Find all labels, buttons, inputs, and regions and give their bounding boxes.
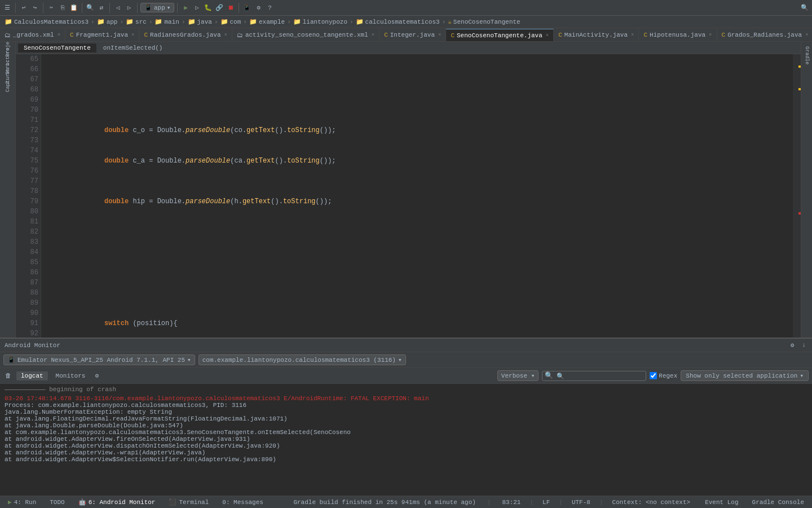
close-gradosradianes[interactable]: × [805,32,808,38]
bc-liantonypozo[interactable]: 📁 liantonypozo [293,18,347,25]
todo-tab-label: TODO [50,499,64,506]
regex-label: Regex [659,373,677,379]
gradle-console-tab[interactable]: Gradle Console [749,498,807,507]
monitor-options-icon[interactable]: ⚙ [93,371,100,380]
device-selector[interactable]: 📱 Emulator Nexus_5_API_25 Android 7.1.1,… [3,354,195,365]
stop-icon[interactable]: ⏹ [226,3,236,13]
monitors-tab[interactable]: Monitors [51,371,90,380]
bc-com[interactable]: 📁 com [220,18,241,25]
java-folder-icon: 📁 [188,18,196,25]
code-text-area[interactable]: double c_o = Double.parseDouble(co.getTe… [41,54,793,338]
close-activity-xml[interactable]: × [372,32,374,38]
tab-radianesgrados[interactable]: C RadianesGrados.java × [139,29,232,41]
java-icon-int: C [384,32,388,38]
left-sidebar: 1: Project 2: Structure Captures [0,42,16,338]
bc-app-label: app [107,19,118,25]
close-radianesgrados[interactable]: × [224,32,227,38]
inner-tab-onitemselected[interactable]: onItemSelected() [98,43,169,52]
back-icon[interactable]: ◁ [113,3,123,13]
show-selected-button[interactable]: Show only selected application ▾ [681,370,809,381]
run-with-coverage-icon[interactable]: ▷ [192,3,202,13]
gradle-panel-label[interactable]: Gradle [803,44,811,67]
bc-sep-4: › [182,19,186,25]
code-editor[interactable]: 65 66 67 68 69 70 71 72 73 74 75 76 77 7… [16,54,801,338]
right-scroll-gutter[interactable] [793,54,801,338]
logcat-search-input[interactable] [553,371,643,380]
search-icon[interactable]: 🔍 [85,3,95,13]
bc-java[interactable]: 📁 java [188,18,212,25]
bc-calculos-label: calculosmatematicos3 [365,19,440,25]
close-integer[interactable]: × [438,32,441,38]
app-label: app [154,5,165,11]
sdk-manager-icon[interactable]: ⚙ [253,3,263,13]
example-folder-icon: 📁 [249,18,257,25]
tab-hipotenusa[interactable]: C Hipotenusa.java × [639,29,717,41]
help-icon[interactable]: ? [264,3,275,13]
sidebar-captures-label[interactable]: Captures [4,65,12,94]
regex-checkbox[interactable] [650,372,657,379]
bc-main[interactable]: 📁 main [155,18,179,25]
close-senocoseno[interactable]: × [546,33,549,38]
bottom-toolbar: ▶ 4: Run TODO 🤖 6: Android Monitor ⬛ Ter… [0,496,812,508]
redo-icon[interactable]: ↪ [30,3,40,13]
attach-debugger-icon[interactable]: 🔗 [214,3,224,13]
bc-example[interactable]: 📁 example [249,18,285,25]
search-everywhere-icon[interactable]: 🔍 [800,3,810,13]
close-mainactivity[interactable]: × [631,32,634,38]
copy-icon[interactable]: ⎘ [58,3,68,13]
right-sidebar: Gradle [801,42,812,338]
tab-activity-xml[interactable]: 🗂 activity_seno_coseno_tangente.xml × [232,29,379,41]
log-separator: ——————————— beginning of crash [5,386,807,393]
bc-calculosmatematicos3[interactable]: 📁 calculosmatematicos3 [356,18,440,25]
tab-senocoseno-active[interactable]: C SenoCosenoTangente.java × [446,29,554,41]
run-tab[interactable]: ▶ 4: Run [5,497,39,507]
debug-button[interactable]: 🐛 [203,3,213,13]
search-container[interactable]: 🔍 [542,371,646,381]
app-dropdown[interactable]: 📱 app ▾ [140,3,174,12]
close-grados-xml[interactable]: × [58,32,60,38]
bc-src-label: src [135,19,147,25]
todo-tab[interactable]: TODO [46,498,68,507]
tab-fragment1[interactable]: C Fragment1.java × [65,29,139,41]
forward-icon[interactable]: ▷ [124,3,134,13]
avd-manager-icon[interactable]: 📱 [242,3,252,13]
verbose-dropdown[interactable]: Verbose ▾ [497,370,539,381]
android-monitor-tab-label: 6: Android Monitor [89,499,156,506]
inner-tab-senocoseno[interactable]: SenoCosenoTangente [18,43,96,52]
monitor-settings-icon[interactable]: ⚙ [789,341,796,349]
logcat-clear-icon[interactable]: 🗑 [3,371,13,380]
main-toolbar: ☰ ↩ ↪ ✂ ⎘ 📋 🔍 ⇄ ◁ ▷ 📱 app ▾ ▶ ▷ 🐛 🔗 ⏹ 📱 … [0,0,812,16]
monitor-title: Android Monitor [5,342,60,349]
bc-app[interactable]: 📁 app [97,18,118,25]
menu-icon[interactable]: ☰ [2,3,12,13]
sidebar-captures-icon[interactable]: Captures [1,73,15,87]
bottom-sep2: | [529,499,533,506]
regex-checkbox-container[interactable]: Regex [650,372,677,379]
logcat-tab[interactable]: logcat [16,371,48,380]
tab-grados-xml[interactable]: 🗂 _grados.xml × [0,29,65,41]
tab-integer[interactable]: C Integer.java × [379,29,446,41]
tab-gradosradianes[interactable]: C Grados_Radianes.java × [717,29,812,41]
cut-icon[interactable]: ✂ [46,3,56,13]
replace-icon[interactable]: ⇄ [96,3,107,13]
messages-tab[interactable]: 0: Messages [219,498,267,507]
bc-src[interactable]: 📁 src [126,18,147,25]
terminal-tab[interactable]: ⬛ Terminal [165,497,212,507]
package-label: com.example.liantonypozo.calculosmatemat… [202,357,396,364]
paste-icon[interactable]: 📋 [69,3,79,13]
bc-senocoseno[interactable]: ☕ SenoCosenoTangente [448,18,520,25]
close-fragment1[interactable]: × [131,32,134,38]
monitor-close-icon[interactable]: ↓ [800,341,807,349]
tab-mainactivity[interactable]: C MainActivity.java × [554,29,639,41]
device-icon: 📱 [7,356,15,364]
log-stack-2: at java.lang.FloatingDecimal.readJavaFor… [5,415,807,422]
event-log-tab[interactable]: Event Log [701,498,742,507]
undo-icon[interactable]: ↩ [19,3,29,13]
bc-project[interactable]: 📁 CalculosMatematicos3 [5,18,89,25]
bc-sep-1: › [91,19,95,25]
close-hipotenusa[interactable]: × [709,32,712,38]
run-button[interactable]: ▶ [180,3,191,13]
android-monitor-tab[interactable]: 🤖 6: Android Monitor [75,497,159,507]
package-selector[interactable]: com.example.liantonypozo.calculosmatemat… [198,354,406,365]
monitor-header-icons: ⚙ ↓ [789,341,807,349]
